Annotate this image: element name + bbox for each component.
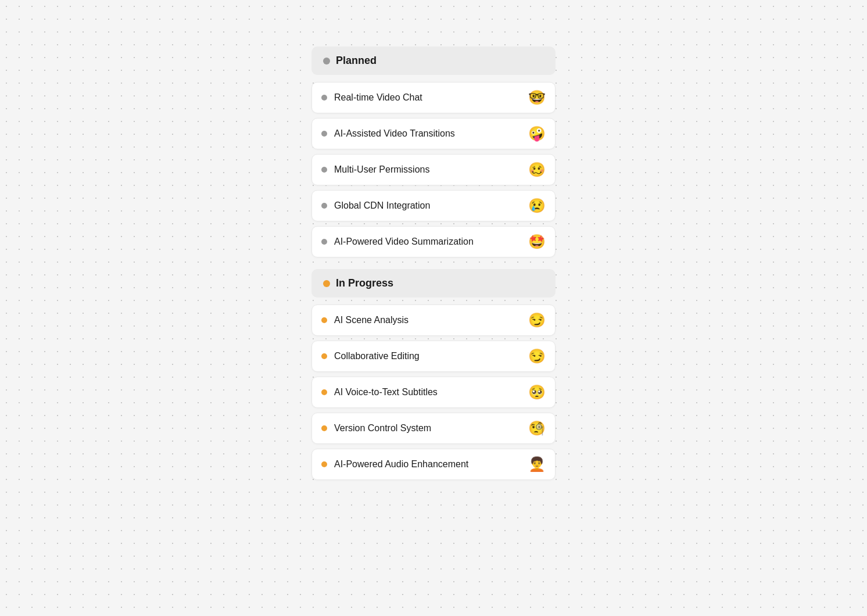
item-avatar: 😢 xyxy=(528,199,546,213)
section-title: In Progress xyxy=(336,277,393,289)
item-avatar: 😏 xyxy=(528,313,546,327)
item-status-dot xyxy=(321,389,327,395)
item-label: AI-Assisted Video Transitions xyxy=(334,128,455,139)
item-label: Collaborative Editing xyxy=(334,351,420,361)
item-status-dot xyxy=(321,425,327,431)
section-header-planned: Planned xyxy=(311,46,556,75)
list-item[interactable]: AI Voice-to-Text Subtitles🥺 xyxy=(311,377,556,408)
item-status-dot xyxy=(321,203,327,209)
section-title: Planned xyxy=(336,55,377,67)
item-avatar: 😏 xyxy=(528,349,546,363)
item-status-dot xyxy=(321,353,327,359)
section-header-in-progress: In Progress xyxy=(311,269,556,298)
items-list-planned: Real-time Video Chat🤓AI-Assisted Video T… xyxy=(311,82,556,257)
item-label: AI-Powered Video Summarization xyxy=(334,237,474,247)
item-label: Global CDN Integration xyxy=(334,200,430,211)
item-label: Real-time Video Chat xyxy=(334,92,422,103)
item-avatar: 🥴 xyxy=(528,163,546,177)
section-dot xyxy=(323,280,330,287)
list-item[interactable]: Collaborative Editing😏 xyxy=(311,341,556,372)
item-status-dot xyxy=(321,239,327,245)
item-label: Version Control System xyxy=(334,423,431,434)
list-item[interactable]: Real-time Video Chat🤓 xyxy=(311,82,556,113)
list-item[interactable]: AI Scene Analysis😏 xyxy=(311,305,556,336)
item-status-dot xyxy=(321,95,327,101)
item-avatar: 🥺 xyxy=(528,385,546,399)
item-avatar: 🧐 xyxy=(528,421,546,435)
list-item[interactable]: AI-Assisted Video Transitions🤪 xyxy=(311,118,556,149)
items-list-in-progress: AI Scene Analysis😏Collaborative Editing😏… xyxy=(311,305,556,480)
item-status-dot xyxy=(321,167,327,173)
item-label: AI Voice-to-Text Subtitles xyxy=(334,387,438,397)
list-item[interactable]: AI-Powered Audio Enhancement🧑‍🦱 xyxy=(311,449,556,480)
item-label: AI Scene Analysis xyxy=(334,315,409,325)
item-status-dot xyxy=(321,317,327,323)
item-status-dot xyxy=(321,461,327,467)
item-label: AI-Powered Audio Enhancement xyxy=(334,459,468,470)
item-avatar: 🤓 xyxy=(528,91,546,105)
list-item[interactable]: Version Control System🧐 xyxy=(311,413,556,444)
section-dot xyxy=(323,58,330,65)
item-status-dot xyxy=(321,131,327,137)
list-item[interactable]: Multi-User Permissions🥴 xyxy=(311,154,556,185)
item-avatar: 🤪 xyxy=(528,127,546,141)
kanban-column: PlannedReal-time Video Chat🤓AI-Assisted … xyxy=(311,46,556,492)
item-label: Multi-User Permissions xyxy=(334,164,429,175)
item-avatar: 🧑‍🦱 xyxy=(528,457,546,471)
list-item[interactable]: AI-Powered Video Summarization🤩 xyxy=(311,226,556,257)
item-avatar: 🤩 xyxy=(528,235,546,249)
list-item[interactable]: Global CDN Integration😢 xyxy=(311,190,556,221)
